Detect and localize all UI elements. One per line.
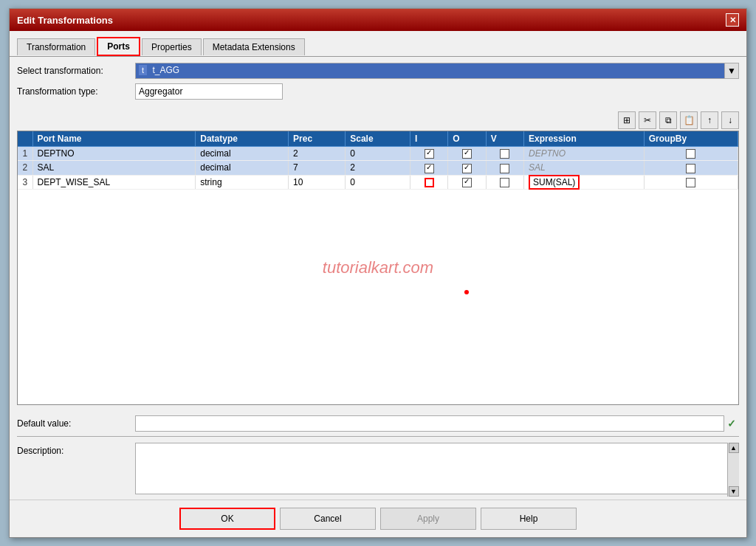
col-i: I <box>410 131 447 147</box>
col-expression: Expression <box>524 131 645 147</box>
i-checkbox[interactable] <box>410 147 447 161</box>
ports-table-wrapper: Port Name Datatype Prec Scale I O V Expr… <box>17 131 739 405</box>
datatype-cell[interactable]: decimal <box>196 161 289 175</box>
col-scale: Scale <box>346 131 410 147</box>
table-row: 3 DEPT_WISE_SAL string 10 0 SUM(SAL) <box>18 175 738 189</box>
help-button[interactable]: Help <box>481 508 577 530</box>
v-checkbox[interactable] <box>486 161 523 175</box>
scale-cell[interactable]: 0 <box>346 147 410 161</box>
move-up-button[interactable]: ↑ <box>701 111 718 129</box>
description-section: Description: ▲ ▼ <box>10 440 746 500</box>
scale-cell[interactable]: 0 <box>346 175 410 189</box>
tab-properties[interactable]: Properties <box>142 38 202 55</box>
datatype-cell[interactable]: decimal <box>196 147 289 161</box>
description-textarea[interactable] <box>135 443 739 494</box>
tab-ports[interactable]: Ports <box>97 37 140 56</box>
transformation-icon: t <box>139 65 147 75</box>
divider <box>17 436 739 437</box>
tab-transformation[interactable]: Transformation <box>17 38 95 55</box>
toolbar-row: ⊞ ✂ ⧉ 📋 ↑ ↓ <box>10 110 746 131</box>
cut-button[interactable]: ✂ <box>639 111 656 129</box>
prec-cell[interactable]: 7 <box>289 161 346 175</box>
ok-button[interactable]: OK <box>179 508 275 530</box>
i-checkbox[interactable] <box>410 161 447 175</box>
description-scrollbar: ▲ ▼ <box>727 443 739 497</box>
port-name-cell[interactable]: DEPTNO <box>32 147 196 161</box>
groupby-checkbox[interactable] <box>644 161 738 175</box>
row-number: 3 <box>18 175 32 189</box>
groupby-checkbox[interactable] <box>644 175 738 189</box>
v-checkbox[interactable] <box>486 175 523 189</box>
groupby-checkbox[interactable] <box>644 147 738 161</box>
move-down-button[interactable]: ↓ <box>721 111 739 129</box>
prec-cell[interactable]: 2 <box>289 147 346 161</box>
table-row: 1 DEPTNO decimal 2 0 DEPTNO <box>18 147 738 161</box>
paste-button[interactable]: 📋 <box>680 111 698 129</box>
transformation-value: t_AGG <box>152 65 179 75</box>
expression-cell-highlighted[interactable]: SUM(SAL) <box>524 175 645 189</box>
prec-cell[interactable]: 10 <box>289 175 346 189</box>
new-row-button[interactable]: ⊞ <box>618 111 636 129</box>
apply-button[interactable]: Apply <box>380 508 476 530</box>
cancel-button[interactable]: Cancel <box>280 508 376 530</box>
select-arrow[interactable]: ▼ <box>724 63 739 79</box>
default-value-section: Default value: ✓ <box>10 411 746 436</box>
expression-cell[interactable]: SAL <box>524 161 645 175</box>
check-icon[interactable]: ✓ <box>724 415 739 432</box>
edit-transformations-dialog: Edit Transformations ✕ Transformation Po… <box>9 8 747 538</box>
scale-cell[interactable]: 2 <box>346 161 410 175</box>
i-checkbox[interactable] <box>410 175 447 189</box>
watermark: tutorialkart.com <box>323 258 433 277</box>
form-section: Select transformation: t t_AGG ▼ Transfo… <box>10 57 746 110</box>
transformation-type-input[interactable] <box>135 83 283 100</box>
col-v: V <box>486 131 523 147</box>
red-dot <box>464 290 469 294</box>
table-header-row: Port Name Datatype Prec Scale I O V Expr… <box>18 131 738 147</box>
col-prec: Prec <box>289 131 346 147</box>
select-transformation-wrapper: t t_AGG ▼ <box>135 63 739 79</box>
default-value-label: Default value: <box>17 418 135 429</box>
select-transformation-row: Select transformation: t t_AGG ▼ <box>17 63 739 79</box>
o-checkbox[interactable] <box>448 175 486 189</box>
scroll-down-arrow[interactable]: ▼ <box>729 486 739 497</box>
col-datatype: Datatype <box>196 131 289 147</box>
title-bar: Edit Transformations ✕ <box>10 9 746 31</box>
scroll-up-arrow[interactable]: ▲ <box>729 443 739 453</box>
spacer <box>10 405 746 411</box>
port-name-cell[interactable]: DEPT_WISE_SAL <box>32 175 196 189</box>
select-transformation-label: Select transformation: <box>17 66 135 76</box>
transformation-type-row: Transformation type: <box>17 83 739 100</box>
v-checkbox[interactable] <box>486 147 523 161</box>
ports-table: Port Name Datatype Prec Scale I O V Expr… <box>18 131 738 190</box>
table-row: 2 SAL decimal 7 2 SAL <box>18 161 738 175</box>
o-checkbox[interactable] <box>448 161 486 175</box>
default-value-wrapper: ✓ <box>135 415 739 432</box>
row-number: 1 <box>18 147 32 161</box>
col-o: O <box>448 131 486 147</box>
copy-button[interactable]: ⧉ <box>659 111 677 129</box>
tab-metadata-extensions[interactable]: Metadata Extensions <box>203 38 305 55</box>
tabs-row: Transformation Ports Properties Metadata… <box>10 31 746 57</box>
close-button[interactable]: ✕ <box>726 13 739 27</box>
transformation-type-label: Transformation type: <box>17 86 135 97</box>
description-textarea-wrapper: ▲ ▼ <box>135 443 739 497</box>
col-groupby: GroupBy <box>644 131 738 147</box>
expression-cell[interactable]: DEPTNO <box>524 147 645 161</box>
row-number: 2 <box>18 161 32 175</box>
port-name-cell[interactable]: SAL <box>32 161 196 175</box>
dialog-title: Edit Transformations <box>17 15 113 26</box>
col-port-name: Port Name <box>32 131 196 147</box>
buttons-row: OK Cancel Apply Help <box>10 500 746 537</box>
select-transformation-input[interactable]: t t_AGG <box>135 63 725 79</box>
datatype-cell[interactable]: string <box>196 175 289 189</box>
col-num <box>18 131 32 147</box>
default-value-input[interactable] <box>135 415 724 432</box>
o-checkbox[interactable] <box>448 147 486 161</box>
description-label: Description: <box>17 443 135 456</box>
dialog-content: Transformation Ports Properties Metadata… <box>10 31 746 537</box>
